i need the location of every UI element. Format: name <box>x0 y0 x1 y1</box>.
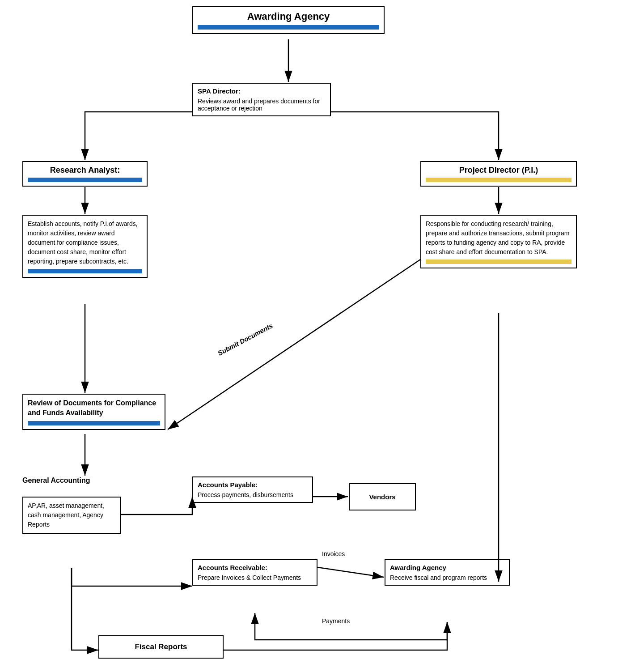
vendors-box: Vendors <box>349 483 416 510</box>
awarding-agency-top-box: Awarding Agency <box>192 6 385 34</box>
research-analyst-detail-bar <box>28 269 142 273</box>
project-director-bar <box>426 178 571 182</box>
project-director-detail-body: Responsible for conducting research/ tra… <box>426 219 571 257</box>
ap-ar-body: AP,AR, asset management, cash management… <box>28 501 115 529</box>
review-docs-box: Review of Documents for Compliance and F… <box>22 394 165 430</box>
project-director-detail-box: Responsible for conducting research/ tra… <box>420 215 577 268</box>
research-analyst-title: Research Analyst: <box>28 166 142 175</box>
accounts-payable-title: Accounts Payable: <box>198 481 308 489</box>
review-docs-title: Review of Documents for Compliance and F… <box>28 398 160 418</box>
fiscal-reports-box: Fiscal Reports <box>98 635 224 659</box>
ap-ar-box: AP,AR, asset management, cash management… <box>22 497 121 534</box>
svg-line-8 <box>317 567 384 577</box>
project-director-detail-bar <box>426 259 571 264</box>
accounts-payable-body: Process payments, disbursements <box>198 491 308 498</box>
invoices-label: Invoices <box>322 550 345 557</box>
accounts-receivable-body: Prepare Invoices & Collect Payments <box>198 574 312 581</box>
payments-label: Payments <box>322 617 350 625</box>
vendors-label: Vendors <box>354 493 411 501</box>
accounts-receivable-title: Accounts Receivable: <box>198 564 312 571</box>
research-analyst-detail-box: Establish accounts, notify P.I.of awards… <box>22 215 148 278</box>
fiscal-reports-label: Fiscal Reports <box>104 642 218 651</box>
project-director-box: Project Director (P.I.) <box>420 161 577 187</box>
review-docs-bar <box>28 421 160 425</box>
accounts-payable-box: Accounts Payable: Process payments, disb… <box>192 476 313 503</box>
awarding-agency-bottom-title: Awarding Agency <box>390 564 504 571</box>
research-analyst-bar <box>28 178 142 182</box>
spa-director-box: SPA Director: Reviews award and prepares… <box>192 83 331 116</box>
research-analyst-box: Research Analyst: <box>22 161 148 187</box>
awarding-agency-title: Awarding Agency <box>198 11 379 22</box>
accounts-receivable-box: Accounts Receivable: Prepare Invoices & … <box>192 559 317 586</box>
awarding-agency-blue-bar <box>198 25 379 30</box>
general-accounting-label: General Accounting <box>22 476 90 485</box>
flowchart-diagram: Awarding Agency SPA Director: Reviews aw… <box>0 0 618 672</box>
research-analyst-detail-body: Establish accounts, notify P.I.of awards… <box>28 219 142 266</box>
submit-documents-label: Submit Documents <box>216 322 274 357</box>
spa-director-body: Reviews award and prepares documents for… <box>198 98 326 112</box>
project-director-title: Project Director (P.I.) <box>426 166 571 175</box>
awarding-agency-bottom-body: Receive fiscal and program reports <box>390 574 504 581</box>
spa-director-title: SPA Director: <box>198 87 326 95</box>
awarding-agency-bottom-box: Awarding Agency Receive fiscal and progr… <box>385 559 510 586</box>
svg-line-5 <box>168 259 420 430</box>
